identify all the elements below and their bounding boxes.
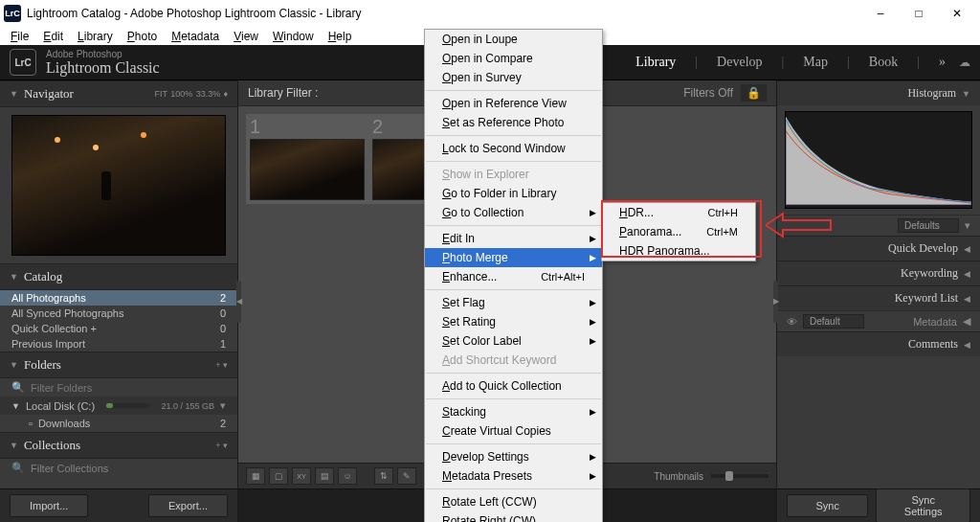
left-bottom-bar: Import... Export...: [0, 488, 237, 522]
navigator-preview[interactable]: [11, 115, 226, 256]
painter-icon[interactable]: ✎: [397, 467, 416, 485]
module-map[interactable]: Map: [801, 55, 830, 70]
volume-row[interactable]: ▼ Local Disk (C:) 21.0 / 155 GB ▾: [0, 397, 237, 415]
submenu-item[interactable]: Panorama...Ctrl+M: [602, 222, 755, 241]
ctx-item[interactable]: Open in Survey: [425, 68, 602, 87]
menu-photo[interactable]: Photo: [121, 29, 164, 44]
comments-header[interactable]: Comments◀: [777, 331, 980, 356]
collections-add-icon[interactable]: + ▾: [215, 441, 228, 450]
catalog-item-quick[interactable]: Quick Collection +0: [0, 321, 237, 336]
ctx-item[interactable]: Rotate Right (CW): [425, 511, 602, 522]
compare-view-icon[interactable]: XY: [292, 467, 311, 485]
histogram-header[interactable]: Histogram ▼: [777, 80, 980, 105]
ctx-item[interactable]: Set as Reference Photo: [425, 113, 602, 132]
right-panel-handle[interactable]: ▶: [773, 281, 778, 323]
collections-filter-label: Filter Collections: [31, 463, 108, 474]
catalog-item-previous[interactable]: Previous Import1: [0, 336, 237, 352]
nav-zoom2[interactable]: 33.3%: [196, 89, 221, 99]
filters-off[interactable]: Filters Off: [683, 86, 733, 100]
ctx-item[interactable]: Go to Collection▶: [425, 203, 602, 222]
ctx-item[interactable]: Set Rating▶: [425, 312, 602, 331]
context-menu[interactable]: Open in LoupeOpen in CompareOpen in Surv…: [424, 29, 603, 522]
nav-fit[interactable]: FIT: [155, 89, 168, 99]
folder-item[interactable]: ▫ Downloads 2: [0, 415, 237, 432]
ctx-item[interactable]: Set Flag▶: [425, 293, 602, 312]
filter-lock-icon[interactable]: 🔒: [741, 84, 767, 102]
disclosure-icon: ▼: [10, 272, 18, 282]
metadata-title[interactable]: Metadata: [913, 316, 957, 328]
cloud-icon[interactable]: ☁: [959, 56, 970, 69]
sync-button[interactable]: Sync: [787, 494, 868, 517]
nav-zoom-menu[interactable]: ♦: [223, 89, 228, 99]
keywording-header[interactable]: Keywording◀: [777, 261, 980, 285]
ctx-item[interactable]: Open in Compare: [425, 49, 602, 68]
collections-filter[interactable]: 🔍 Filter Collections: [0, 459, 237, 477]
ctx-item[interactable]: Set Color Label▶: [425, 331, 602, 351]
folders-filter[interactable]: 🔍 Filter Folders: [0, 378, 237, 397]
thumbnail-size-slider[interactable]: [711, 474, 768, 478]
menu-file[interactable]: File: [4, 29, 35, 44]
folders-add-icon[interactable]: + ▾: [215, 360, 228, 370]
submenu-item[interactable]: HDR Panorama...: [602, 241, 755, 261]
disclosure-icon: ▼: [10, 89, 18, 99]
module-library[interactable]: Library: [634, 55, 678, 70]
ctx-item[interactable]: Metadata Presets▶: [425, 466, 602, 486]
ctx-item[interactable]: Open in Reference View: [425, 94, 602, 113]
catalog-header[interactable]: ▼ Catalog: [0, 263, 237, 290]
nav-zoom1[interactable]: 100%: [170, 89, 192, 99]
histogram-graph[interactable]: [785, 111, 972, 209]
folders-header[interactable]: ▼ Folders + ▾: [0, 352, 237, 378]
menu-view[interactable]: View: [227, 29, 265, 44]
export-button[interactable]: Export...: [148, 494, 228, 517]
sync-settings-button[interactable]: Sync Settings: [876, 488, 970, 522]
grid-cell[interactable]: 1: [246, 114, 368, 204]
ctx-item[interactable]: Open in Loupe: [425, 30, 602, 49]
ctx-item[interactable]: Photo Merge▶: [425, 248, 602, 267]
metadata-preset-select[interactable]: Default: [803, 314, 864, 329]
ctx-item[interactable]: Create Virtual Copies: [425, 421, 602, 441]
ctx-item[interactable]: Rotate Left (CCW): [425, 492, 602, 511]
survey-view-icon[interactable]: ▤: [315, 467, 334, 485]
ctx-item: Show in Explorer: [425, 165, 602, 184]
people-view-icon[interactable]: ☺: [338, 467, 357, 485]
ctx-item[interactable]: Edit In▶: [425, 229, 602, 248]
maximize-button[interactable]: □: [900, 0, 938, 27]
search-icon: 🔍: [11, 381, 25, 394]
grid-view-icon[interactable]: ▦: [246, 467, 265, 485]
defaults-select[interactable]: Defaults: [898, 218, 959, 233]
window-title: Lightroom Catalog - Adobe Photoshop Ligh…: [27, 7, 362, 20]
menu-library[interactable]: Library: [71, 29, 120, 44]
menu-metadata[interactable]: Metadata: [165, 29, 226, 44]
menu-window[interactable]: Window: [266, 29, 321, 44]
loupe-view-icon[interactable]: ▢: [269, 467, 288, 485]
module-develop[interactable]: Develop: [715, 55, 764, 70]
menu-edit[interactable]: Edit: [36, 29, 70, 44]
volume-menu-icon[interactable]: ▾: [220, 399, 226, 412]
collections-header[interactable]: ▼ Collections + ▾: [0, 432, 237, 459]
minimize-button[interactable]: –: [861, 0, 900, 27]
ctx-item[interactable]: Develop Settings▶: [425, 447, 602, 466]
module-book[interactable]: Book: [867, 55, 900, 70]
photo-merge-submenu[interactable]: HDR...Ctrl+HPanorama...Ctrl+MHDR Panoram…: [601, 202, 756, 261]
dropdown-icon[interactable]: ▾: [965, 219, 970, 232]
submenu-item[interactable]: HDR...Ctrl+H: [602, 203, 755, 222]
catalog-item-all[interactable]: All Photographs2: [0, 290, 237, 306]
left-panel-handle[interactable]: ◀: [236, 281, 241, 323]
keyword-list-header[interactable]: Keyword List◀: [777, 285, 980, 310]
ctx-item[interactable]: Enhance...Ctrl+Alt+I: [425, 267, 602, 286]
navigator-header[interactable]: ▼ Navigator FIT 100% 33.3% ♦: [0, 80, 237, 107]
thumbnail[interactable]: [250, 139, 365, 200]
close-button[interactable]: ✕: [938, 0, 976, 27]
eye-icon[interactable]: 👁: [787, 316, 797, 328]
module-more[interactable]: »: [937, 55, 947, 70]
sort-direction-icon[interactable]: ⇅: [374, 467, 393, 485]
quick-develop-header[interactable]: Quick Develop◀: [777, 236, 980, 261]
disk-usage-text: 21.0 / 155 GB: [161, 401, 214, 411]
ctx-item[interactable]: Go to Folder in Library: [425, 184, 602, 203]
import-button[interactable]: Import...: [10, 494, 88, 517]
catalog-item-synced[interactable]: All Synced Photographs0: [0, 306, 237, 321]
ctx-item[interactable]: Stacking▶: [425, 402, 602, 421]
ctx-item[interactable]: Add to Quick Collection: [425, 376, 602, 396]
menu-help[interactable]: Help: [322, 29, 359, 44]
ctx-item[interactable]: Lock to Second Window: [425, 139, 602, 158]
